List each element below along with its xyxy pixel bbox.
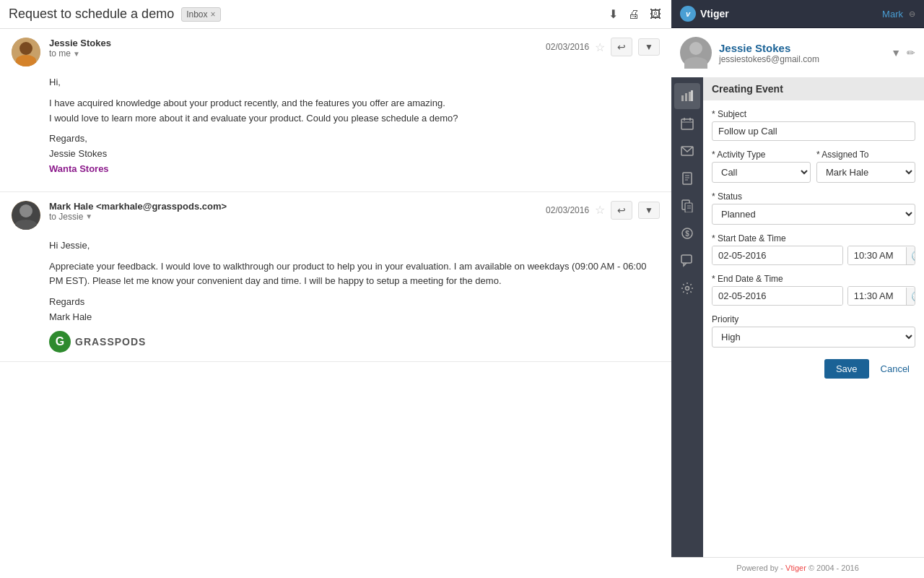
svg-text:v: v	[686, 9, 691, 18]
email-actions-top: ⬇ 🖨 🖼	[607, 6, 663, 22]
email-meta-row: Jessie Stokes to me ▼ 02/03/2016 ☆ ↩ ▼	[12, 38, 660, 66]
email-body-text: Appreciate your feedback. I would love t…	[49, 259, 660, 290]
reply-button[interactable]: ↩	[611, 38, 632, 56]
email-content: Hi Jessie, Appreciate your feedback. I w…	[12, 238, 660, 353]
email-date-row: 02/03/2016 ☆ ↩ ▼	[546, 201, 660, 220]
end-time-input[interactable]	[848, 287, 906, 305]
inbox-label: Inbox	[186, 9, 207, 20]
print-icon[interactable]: 🖨	[627, 7, 641, 22]
mark-avatar	[12, 201, 40, 230]
to-label: to Jessie	[49, 212, 83, 222]
status-label: * Status	[712, 191, 915, 202]
grasspods-text: GRASSPODS	[75, 334, 146, 350]
start-time-input[interactable]	[848, 246, 906, 264]
sender-to: to Jessie ▼	[49, 212, 546, 222]
money-nav-icon[interactable]: $	[674, 220, 700, 246]
end-clock-icon[interactable]: 🕐	[906, 288, 915, 305]
email-body-text: Regards,Jessie Stokes Wanta Stores	[49, 131, 660, 176]
status-group: * Status Planned Held Not Held	[712, 191, 915, 225]
document2-nav-icon[interactable]	[674, 193, 700, 219]
powered-by-text: Powered by -	[736, 564, 785, 572]
more-button[interactable]: ▼	[638, 202, 660, 219]
end-date-wrap: 📅	[712, 286, 843, 306]
inbox-close[interactable]: ×	[211, 9, 216, 20]
reply-button[interactable]: ↩	[611, 201, 632, 220]
star-icon[interactable]: ☆	[595, 40, 605, 54]
more-button[interactable]: ▼	[638, 38, 660, 56]
end-datetime-group: * End Date & Time 📅 🕐	[712, 274, 915, 306]
contact-dropdown-button[interactable]: ▼	[891, 47, 901, 59]
svg-point-22	[686, 287, 689, 290]
sender-name: Mark Hale <markhale@grasspods.com>	[49, 201, 546, 212]
start-datetime-label: * Start Date & Time	[712, 233, 915, 243]
copyright-text: © 2004 - 2016	[806, 564, 859, 572]
activity-nav-icon[interactable]	[674, 83, 700, 109]
end-datetime-label: * End Date & Time	[712, 274, 915, 284]
powered-by: Powered by - Vtiger © 2004 - 2016	[671, 557, 924, 578]
assigned-to-select[interactable]: Mark Hale Other	[816, 162, 915, 183]
email-body-text: RegardsMark Hale	[49, 295, 660, 325]
avatar	[12, 38, 40, 66]
email-body-text: I have acquired knowledge about your pro…	[49, 96, 660, 126]
download-icon[interactable]: ⬇	[607, 6, 619, 22]
start-datetime-group: * Start Date & Time 📅 🕐	[712, 233, 915, 265]
document-nav-icon[interactable]	[674, 165, 700, 191]
vtiger-logo: v Vtiger	[680, 6, 729, 22]
start-date-input[interactable]	[712, 246, 843, 264]
image-icon[interactable]: 🖼	[648, 7, 663, 22]
subject-group: * Subject	[712, 109, 915, 141]
contact-actions: ▼ ✏	[891, 47, 915, 59]
vtiger-username[interactable]: Mark	[882, 9, 903, 20]
email-nav-icon[interactable]	[674, 138, 700, 164]
event-panel: Creating Event * Subject * Activity Type…	[703, 77, 924, 557]
svg-rect-11	[683, 173, 692, 184]
vtiger-name: Vtiger	[700, 8, 729, 20]
vtiger-header: v Vtiger Mark ⊖	[671, 0, 924, 28]
status-select[interactable]: Planned Held Not Held	[712, 204, 915, 225]
contact-details: Jessie Stokes jessiestokes6@gmail.com	[719, 42, 884, 64]
email-header-bar: Request to schedule a demo Inbox × ⬇ 🖨 🖼	[0, 0, 671, 29]
right-sidebar: v Vtiger Mark ⊖ Jessie Stokes jessiestok…	[671, 0, 924, 578]
to-dropdown-arrow[interactable]: ▼	[85, 212, 92, 220]
start-clock-icon[interactable]: 🕐	[906, 247, 915, 264]
assigned-to-label: * Assigned To	[816, 150, 915, 160]
email-thread-item: Jessie Stokes to me ▼ 02/03/2016 ☆ ↩ ▼ H…	[0, 29, 671, 192]
chat-nav-icon[interactable]	[674, 248, 700, 274]
to-dropdown-arrow[interactable]: ▼	[73, 50, 80, 58]
start-datetime-row: 📅 🕐	[712, 246, 915, 265]
vtiger-link[interactable]: Vtiger	[785, 564, 806, 572]
sidebar-layout: $ Creating Event * Subject	[671, 77, 924, 557]
company-link[interactable]: Wanta Stores	[49, 163, 109, 174]
grasspods-g-icon: G	[49, 331, 71, 353]
star-icon[interactable]: ☆	[595, 203, 605, 217]
email-body-text: Hi Jessie,	[49, 238, 660, 254]
assigned-to-group: * Assigned To Mark Hale Other	[816, 150, 915, 183]
subject-input[interactable]	[712, 121, 915, 141]
icon-nav-bar: $	[671, 77, 703, 557]
calendar-nav-icon[interactable]	[674, 111, 700, 137]
email-panel: Request to schedule a demo Inbox × ⬇ 🖨 🖼…	[0, 0, 671, 578]
end-date-input[interactable]	[712, 287, 843, 305]
contact-info: Jessie Stokes jessiestokes6@gmail.com ▼ …	[671, 28, 924, 77]
email-body-text: Hi,	[49, 75, 660, 90]
email-date: 02/03/2016	[546, 42, 589, 52]
settings-nav-icon[interactable]	[674, 275, 700, 301]
contact-name[interactable]: Jessie Stokes	[719, 42, 884, 54]
inbox-badge: Inbox ×	[181, 7, 220, 22]
creating-event-header: Creating Event	[703, 77, 924, 100]
email-content: Hi, I have acquired knowledge about your…	[12, 75, 660, 177]
contact-edit-button[interactable]: ✏	[907, 47, 915, 59]
activity-type-select[interactable]: Call Meeting Email Task	[712, 162, 811, 183]
svg-text:$: $	[685, 230, 689, 238]
cancel-button[interactable]: Cancel	[875, 359, 915, 379]
vtiger-icon: v	[680, 6, 696, 22]
email-date: 02/03/2016	[546, 205, 589, 215]
end-datetime-row: 📅 🕐	[712, 286, 915, 306]
sender-info: Mark Hale <markhale@grasspods.com> to Je…	[49, 201, 546, 222]
save-button[interactable]: Save	[824, 359, 869, 379]
svg-rect-21	[681, 255, 692, 263]
to-label: to me	[49, 48, 71, 59]
contact-email: jessiestokes6@gmail.com	[719, 54, 884, 64]
svg-rect-5	[691, 90, 693, 101]
priority-select[interactable]: High Medium Low	[712, 327, 915, 348]
